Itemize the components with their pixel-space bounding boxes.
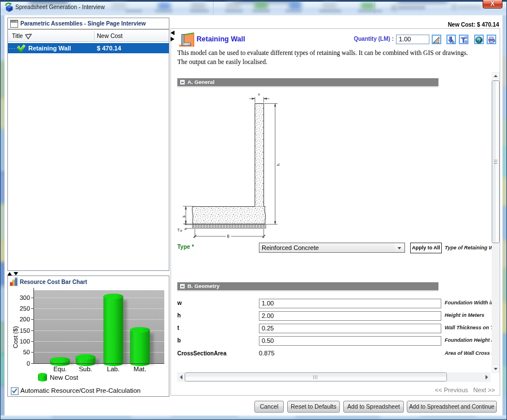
svg-text:0: 0 (27, 360, 30, 367)
svg-text:250: 250 (20, 306, 30, 312)
svg-text:Equ.: Equ. (53, 366, 67, 373)
svg-text:Sub.: Sub. (79, 366, 92, 373)
svg-text:New Cost: New Cost (50, 375, 79, 381)
svg-text:Cost ($): Cost ($) (12, 326, 19, 348)
svg-text:Mat.: Mat. (134, 366, 146, 373)
svg-text:50: 50 (23, 349, 30, 356)
svg-text:100: 100 (20, 338, 30, 345)
svg-text:200: 200 (20, 316, 30, 323)
svg-text:300: 300 (20, 295, 30, 302)
svg-text:Lab.: Lab. (107, 366, 120, 373)
svg-text:150: 150 (20, 328, 30, 334)
